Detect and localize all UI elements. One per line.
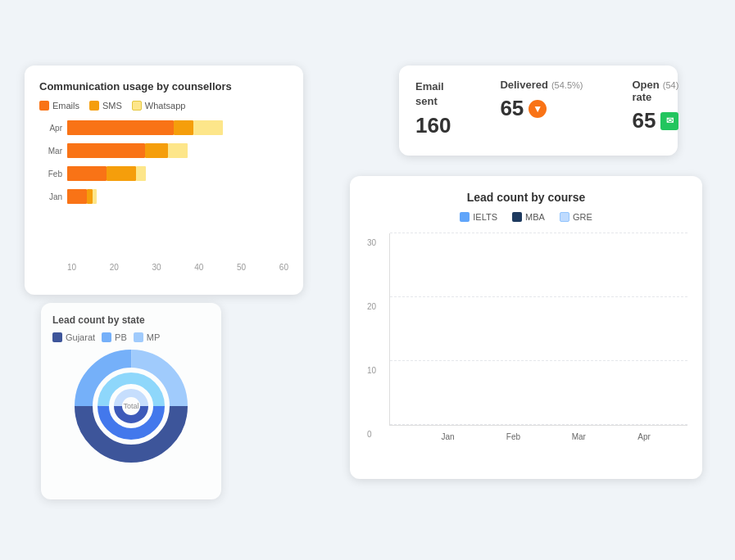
open-rate-label: Open rate [632, 79, 659, 103]
x-tick-10: 10 [67, 263, 76, 272]
gre-label: GRE [573, 212, 592, 222]
bar-row-jan: Jan [39, 189, 288, 204]
bar-label-apr: Apr [39, 124, 62, 133]
pb-dot [102, 332, 111, 342]
gre-dot [560, 212, 569, 222]
email-sent-number: 160 [415, 113, 451, 138]
donut-center-label: Total [123, 402, 138, 410]
bar-label-jan: Jan [39, 192, 62, 201]
gridline-10: 10 [390, 360, 687, 361]
gridline-30: 30 [390, 233, 687, 233]
delivered-label: Delivered [500, 79, 548, 91]
y-label-10: 10 [367, 366, 376, 375]
bar-mar-sms [145, 143, 168, 158]
legend-mp: MP [134, 332, 161, 342]
x-label-apr: Apr [637, 432, 651, 441]
open-rate-number: 65 [632, 108, 656, 133]
open-rate-value: 65 ✉ [632, 108, 678, 133]
delivered-label-wrap: Delivered (54.5%) [500, 79, 583, 91]
course-card: Lead count by course IELTS MBA GRE 30 20… [350, 176, 702, 479]
bar-row-feb: Feb [39, 166, 288, 181]
x-tick-40: 40 [194, 263, 203, 272]
bar-group-mar [67, 143, 188, 158]
email-stats-card: Email sent 160 Delivered (54.5%) 65 ▼ Op… [399, 65, 678, 156]
comm-legend: Emails SMS Whatsapp [39, 101, 288, 111]
legend-pb: PB [102, 332, 127, 342]
bar-jan-sms [87, 189, 93, 204]
mp-dot [134, 332, 143, 342]
email-sent-label-wrap: Email sent [415, 79, 451, 108]
state-card-title: Lead count by state [52, 314, 210, 326]
course-legend: IELTS MBA GRE [365, 212, 687, 222]
open-rate-col: Open rate (54) 65 ✉ [632, 79, 678, 133]
delivered-col: Delivered (54.5%) 65 ▼ [500, 79, 583, 121]
course-chart-area: 30 20 10 0 Jan Feb [389, 233, 687, 426]
x-tick-30: 30 [152, 263, 161, 272]
comm-usage-card: Communication usage by counsellors Email… [25, 65, 303, 295]
bar-feb-emails [67, 166, 107, 181]
bar-group-feb [67, 166, 146, 181]
email-sent-col: Email sent 160 [415, 79, 451, 138]
mp-label: MP [147, 332, 161, 342]
state-legend: Gujarat PB MP [52, 332, 210, 342]
legend-sms: SMS [89, 101, 122, 111]
donut-chart: Total [52, 349, 210, 463]
open-rate-label-wrap: Open rate (54) [632, 79, 678, 103]
mba-dot [512, 212, 522, 222]
x-tick-50: 50 [237, 263, 246, 272]
comm-card-title: Communication usage by counsellors [39, 80, 288, 93]
legend-emails: Emails [39, 101, 79, 111]
legend-gre: GRE [560, 212, 592, 222]
bar-feb-whatsapp [136, 166, 146, 181]
gujarat-label: Gujarat [66, 332, 95, 342]
sms-label: SMS [102, 101, 122, 111]
legend-whatsapp: Whatsapp [132, 101, 186, 111]
legend-gujarat: Gujarat [52, 332, 95, 342]
delivered-number: 65 [500, 96, 524, 121]
bar-jan-emails [67, 189, 87, 204]
delivered-value: 65 ▼ [500, 96, 583, 121]
x-tick-20: 20 [110, 263, 119, 272]
comm-bar-chart: Apr Mar Feb Ja [39, 120, 288, 260]
sms-dot [89, 101, 99, 111]
bar-jan-whatsapp [93, 189, 97, 204]
bar-label-feb: Feb [39, 169, 62, 178]
bar-mar-emails [67, 143, 145, 158]
email-sent-value: 160 [415, 113, 451, 138]
x-label-mar: Mar [572, 432, 586, 441]
course-card-title: Lead count by course [365, 191, 687, 204]
bar-row-apr: Apr [39, 120, 288, 135]
x-tick-60: 60 [279, 263, 288, 272]
delivered-pct: (54.5%) [551, 80, 583, 90]
bar-apr-emails [67, 120, 174, 135]
gridline-20: 20 [390, 296, 687, 297]
ielts-dot [460, 212, 470, 222]
bar-apr-whatsapp [193, 120, 223, 135]
bar-group-apr [67, 120, 223, 135]
x-axis: 10 20 30 40 50 60 [67, 263, 288, 272]
ielts-label: IELTS [473, 212, 497, 222]
down-arrow-icon: ▼ [529, 100, 547, 118]
bar-mar-whatsapp [168, 143, 188, 158]
y-label-0: 0 [367, 430, 372, 439]
bar-label-mar: Mar [39, 147, 62, 156]
pb-label: PB [115, 332, 127, 342]
bar-group-jan [67, 189, 97, 204]
gridline-0: 0 [390, 424, 687, 425]
course-vert-chart: 30 20 10 0 Jan Feb [365, 233, 687, 446]
y-label-30: 30 [367, 238, 376, 247]
email-envelope-icon: ✉ [660, 112, 678, 130]
whatsapp-label: Whatsapp [145, 101, 186, 111]
emails-label: Emails [52, 101, 79, 111]
whatsapp-dot [132, 101, 142, 111]
bar-apr-sms [174, 120, 193, 135]
legend-mba: MBA [512, 212, 545, 222]
y-label-20: 20 [367, 302, 376, 311]
email-sent-label: Email sent [415, 80, 444, 107]
x-label-feb: Feb [506, 432, 520, 441]
gujarat-dot [52, 332, 62, 342]
state-card: Lead count by state Gujarat PB MP [41, 303, 221, 499]
bar-row-mar: Mar [39, 143, 288, 158]
mba-label: MBA [525, 212, 545, 222]
emails-dot [39, 101, 49, 111]
